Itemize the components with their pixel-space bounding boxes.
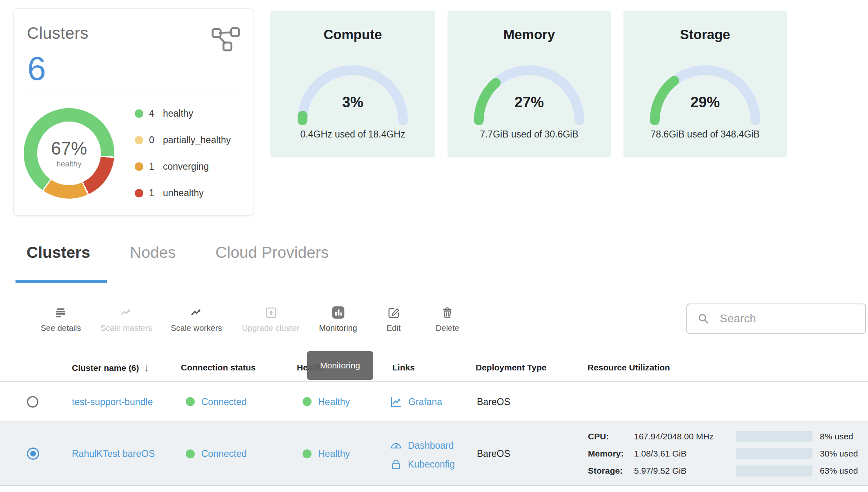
upgrade-icon [265, 305, 277, 320]
deployment-type: BareOS [477, 448, 510, 459]
connected-dot-icon [186, 449, 195, 458]
cpu-usage-bar [736, 431, 812, 442]
storage-gauge-chart [638, 59, 772, 127]
connection-status: Connected [186, 448, 247, 459]
legend-item-unhealthy: 1 unhealthy [135, 188, 231, 199]
cluster-name-link[interactable]: test-support-bundle [72, 396, 153, 407]
sort-desc-icon[interactable]: ↓ [144, 361, 149, 374]
edit-button[interactable]: Edit [387, 305, 401, 333]
dashboard-gauge-icon [390, 439, 402, 452]
search-box [686, 304, 866, 334]
storage-usage-card: Storage 29% 78.6GiB used of 348.4GiB [623, 11, 787, 157]
monitoring-tooltip: Monitoring [307, 351, 373, 380]
partially-healthy-dot-icon [135, 136, 143, 144]
legend-item-partially-healthy: 0 partially_healthy [135, 135, 231, 146]
tab-nodes[interactable]: Nodes [130, 244, 176, 262]
compute-usage-card: Compute 3% 0.4GHz used of 18.4GHz [270, 11, 435, 157]
legend-item-converging: 1 converging [135, 161, 231, 172]
deployment-type: BareOS [477, 396, 510, 407]
memory-gauge-chart [462, 59, 596, 127]
monitoring-button[interactable]: Monitoring [319, 305, 357, 333]
health-status: Healthy [303, 448, 350, 459]
lock-icon [390, 458, 402, 470]
row-radio-unselected[interactable] [27, 396, 38, 408]
main-tabs: Clusters Nodes Cloud Providers [27, 244, 329, 262]
trash-icon [441, 305, 454, 320]
cluster-topology-icon [209, 24, 241, 53]
unhealthy-dot-icon [135, 189, 143, 197]
search-icon [697, 312, 710, 325]
active-tab-indicator [16, 280, 107, 283]
donut-sublabel: healthy [56, 160, 81, 168]
health-status: Healthy [303, 396, 350, 407]
storage-utilization: Storage: 5.97/9.52 GiB 63% used [588, 465, 858, 477]
scale-masters-button[interactable]: Scale masters [100, 305, 152, 333]
compute-usage-text: 0.4GHz used of 18.4GHz [270, 129, 435, 140]
kubeconfig-link[interactable]: Kubeconfig [390, 458, 455, 470]
scale-workers-button[interactable]: Scale workers [171, 305, 222, 333]
memory-percent: 27% [447, 94, 611, 111]
grafana-chart-icon [390, 395, 403, 408]
storage-usage-text: 78.6GiB used of 348.4GiB [623, 129, 787, 140]
memory-utilization: Memory: 1.08/3.61 GiB 30% used [588, 448, 858, 460]
table-row-selected[interactable]: RahulKTest bareOS Connected Healthy Dash… [0, 422, 868, 486]
column-header-cluster-name[interactable]: Cluster name (6)↓ [72, 361, 149, 374]
donut-percent: 67% [51, 138, 87, 159]
healthy-dot-icon [135, 109, 143, 118]
table-row[interactable]: test-support-bundle Connected Healthy Gr… [0, 382, 868, 422]
column-header-resource-utilization[interactable]: Resource Utilization [588, 363, 670, 372]
grafana-link[interactable]: Grafana [390, 395, 442, 408]
compute-gauge-chart [285, 59, 420, 127]
compute-percent: 3% [270, 94, 435, 111]
bar-chart-icon [332, 305, 345, 320]
tab-cloud-providers[interactable]: Cloud Providers [216, 244, 329, 262]
column-header-connection-status[interactable]: Connection status [181, 363, 256, 372]
memory-card-title: Memory [447, 27, 611, 42]
memory-usage-bar [736, 448, 812, 459]
healthy-dot-icon [303, 449, 312, 458]
table-header-row: Cluster name (6)↓ Connection status Heal… [0, 354, 868, 382]
tab-clusters[interactable]: Clusters [27, 244, 90, 262]
details-icon [55, 305, 67, 320]
healthy-dot-icon [303, 397, 312, 406]
connection-status: Connected [186, 396, 247, 407]
trending-up-icon [190, 305, 203, 320]
upgrade-cluster-button[interactable]: Upgrade cluster [242, 305, 299, 333]
cluster-health-legend: 4 healthy 0 partially_healthy 1 convergi… [135, 108, 231, 199]
cluster-name-link[interactable]: RahulKTest bareOS [72, 448, 155, 459]
storage-percent: 29% [623, 94, 787, 111]
memory-usage-text: 7.7GiB used of 30.6GiB [447, 129, 611, 140]
compute-card-title: Compute [270, 27, 435, 42]
column-header-links[interactable]: Links [392, 363, 415, 372]
memory-usage-card: Memory 27% 7.7GiB used of 30.6GiB [447, 11, 611, 157]
delete-button[interactable]: Delete [436, 305, 459, 333]
cluster-health-donut-chart: 67% healthy [24, 108, 114, 199]
legend-item-healthy: 4 healthy [135, 108, 231, 119]
trending-up-icon [120, 305, 133, 320]
see-details-button[interactable]: See details [41, 305, 81, 333]
dashboard-link[interactable]: Dashboard [390, 439, 454, 452]
clusters-card-title: Clusters [27, 24, 89, 42]
connected-dot-icon [186, 397, 195, 406]
edit-icon [387, 305, 400, 320]
cpu-utilization: CPU: 167.94/2048.00 MHz 8% used [588, 430, 853, 443]
clusters-count: 6 [27, 49, 46, 88]
divider [20, 95, 245, 95]
storage-usage-bar [736, 465, 812, 476]
row-radio-selected[interactable] [27, 448, 39, 460]
search-input[interactable] [719, 312, 865, 326]
clusters-summary-card: Clusters 6 67% healthy 4 healthy [13, 8, 253, 216]
converging-dot-icon [135, 162, 143, 171]
column-header-deployment-type[interactable]: Deployment Type [476, 363, 546, 372]
storage-card-title: Storage [623, 27, 787, 42]
